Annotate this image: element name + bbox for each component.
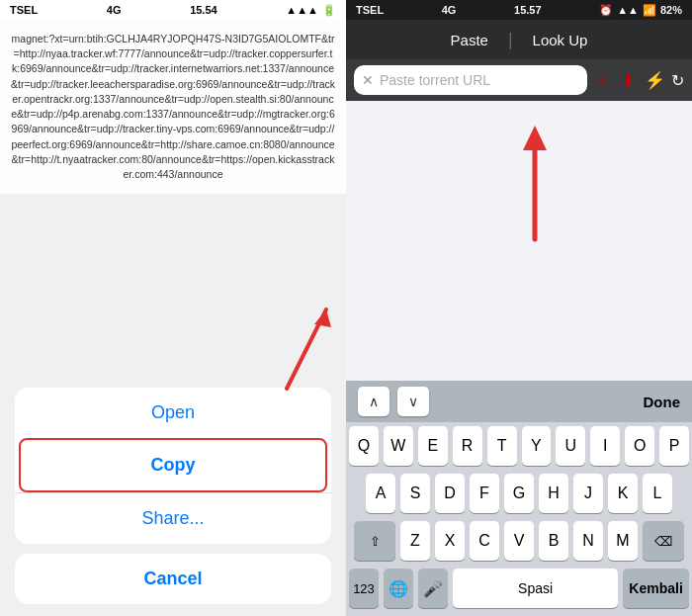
kb-up-arrow[interactable]: ∧: [358, 387, 389, 416]
kb-row-1: QWERTYUIOP: [349, 426, 689, 466]
magnet-text-area: magnet:?xt=urn:btih:GCLHJA4RYJOPQH47S-N3…: [0, 20, 346, 194]
clear-url-button[interactable]: ✕: [362, 72, 374, 88]
browser-bar-icons: ＋ ⬇ ⚡: [593, 68, 665, 92]
kb-shift-key[interactable]: ⇧: [354, 521, 395, 561]
kb-key-v[interactable]: V: [504, 521, 534, 561]
kb-key-m[interactable]: M: [608, 521, 638, 561]
signal-icon-right: ▲▲: [617, 4, 639, 16]
kb-key-b[interactable]: B: [539, 521, 568, 561]
keyboard-rows: QWERTYUIOP ASDFGHJKL ⇧ZXCVBNM⌫: [346, 422, 692, 561]
keyboard-toolbar: ∧ ∨ Done: [346, 381, 692, 422]
right-time: 15.57: [514, 4, 542, 16]
action-sheet: Open Copy Share...: [15, 388, 331, 544]
kb-toolbar-left: ∧ ∨: [358, 387, 429, 416]
url-placeholder: Paste torrent URL: [380, 72, 579, 88]
alarm-icon: ⏰: [599, 4, 613, 17]
kb-key-n[interactable]: N: [573, 521, 603, 561]
left-status-bar: TSEL 4G 15.54 ▲▲▲ 🔋: [0, 0, 346, 20]
kb-key-t[interactable]: T: [487, 426, 517, 466]
kb-key-h[interactable]: H: [539, 474, 568, 513]
kb-key-w[interactable]: W: [384, 426, 413, 466]
browser-bar: ✕ Paste torrent URL ＋ ⬇ ⚡ ↻: [346, 59, 692, 101]
left-network: 4G: [107, 4, 122, 16]
kb-key-j[interactable]: J: [573, 474, 603, 513]
kb-key-q[interactable]: Q: [349, 426, 379, 466]
kb-key-p[interactable]: P: [659, 426, 689, 466]
kb-return-key[interactable]: Kembali: [623, 569, 689, 608]
cancel-button[interactable]: Cancel: [15, 554, 331, 604]
kb-row-3: ⇧ZXCVBNM⌫: [349, 521, 689, 561]
kb-key-u[interactable]: U: [556, 426, 585, 466]
kb-globe-key[interactable]: 🌐: [384, 569, 413, 608]
battery-icon: 🔋: [322, 4, 336, 17]
red-arrow-left: [277, 300, 336, 398]
kb-mic-key[interactable]: 🎤: [418, 569, 448, 608]
kb-key-r[interactable]: R: [453, 426, 482, 466]
right-status-right: ⏰ ▲▲ 📶 82%: [599, 4, 682, 17]
paste-button[interactable]: Paste: [431, 24, 508, 56]
kb-done-button[interactable]: Done: [644, 394, 681, 410]
kb-key-z[interactable]: Z: [400, 521, 430, 561]
kb-delete-key[interactable]: ⌫: [643, 521, 684, 561]
share-button[interactable]: Share...: [15, 492, 331, 544]
right-status-bar: TSEL 4G 15.57 ⏰ ▲▲ 📶 82%: [346, 0, 692, 20]
kb-down-arrow[interactable]: ∨: [397, 387, 429, 416]
wifi-icon: 📶: [643, 4, 656, 17]
magnet-text: magnet:?xt=urn:btih:GCLHJA4RYJOPQH47S-N3…: [11, 33, 335, 180]
kb-key-g[interactable]: G: [504, 474, 534, 513]
url-bar[interactable]: ✕ Paste torrent URL: [354, 65, 587, 95]
context-menu-bar: Paste | Look Up: [346, 20, 692, 59]
copy-button[interactable]: Copy: [19, 438, 327, 492]
kb-key-d[interactable]: D: [435, 474, 465, 513]
kb-key-a[interactable]: A: [366, 474, 395, 513]
kb-key-f[interactable]: F: [470, 474, 499, 513]
left-status-right: ▲▲▲ 🔋: [286, 4, 336, 17]
kb-key-l[interactable]: L: [643, 474, 672, 513]
red-arrow-right: [495, 121, 574, 249]
flash-icon[interactable]: ⚡: [645, 70, 665, 91]
left-panel: TSEL 4G 15.54 ▲▲▲ 🔋 magnet:?xt=urn:btih:…: [0, 0, 346, 616]
left-carrier: TSEL: [10, 4, 38, 16]
battery-level: 82%: [660, 4, 682, 16]
kb-row-2: ASDFGHJKL: [349, 474, 689, 513]
kb-key-y[interactable]: Y: [522, 426, 552, 466]
signal-icon: ▲▲▲: [286, 4, 318, 16]
add-tab-icon[interactable]: ＋: [593, 68, 611, 92]
kb-num-key[interactable]: 123: [349, 569, 379, 608]
left-time: 15.54: [190, 4, 217, 16]
right-panel: TSEL 4G 15.57 ⏰ ▲▲ 📶 82% Paste | Look Up…: [346, 0, 692, 616]
cancel-sheet: Cancel: [15, 554, 331, 604]
keyboard-area: QWERTYUIOP ASDFGHJKL ⇧ZXCVBNM⌫ 123 🌐 🎤 S…: [346, 422, 692, 616]
kb-key-i[interactable]: I: [590, 426, 620, 466]
kb-bottom-row: 123 🌐 🎤 Spasi Kembali: [346, 569, 692, 608]
kb-key-o[interactable]: O: [625, 426, 654, 466]
browser-content: [346, 101, 692, 381]
right-network: 4G: [442, 4, 457, 16]
kb-space-key[interactable]: Spasi: [453, 569, 618, 608]
lookup-button[interactable]: Look Up: [513, 24, 608, 56]
kb-key-c[interactable]: C: [470, 521, 499, 561]
right-carrier: TSEL: [356, 4, 384, 16]
svg-marker-3: [523, 126, 547, 150]
kb-key-s[interactable]: S: [400, 474, 430, 513]
kb-key-x[interactable]: X: [435, 521, 465, 561]
download-icon[interactable]: ⬇: [621, 70, 635, 91]
kb-key-e[interactable]: E: [418, 426, 448, 466]
reload-icon[interactable]: ↻: [671, 71, 684, 90]
kb-key-k[interactable]: K: [608, 474, 638, 513]
